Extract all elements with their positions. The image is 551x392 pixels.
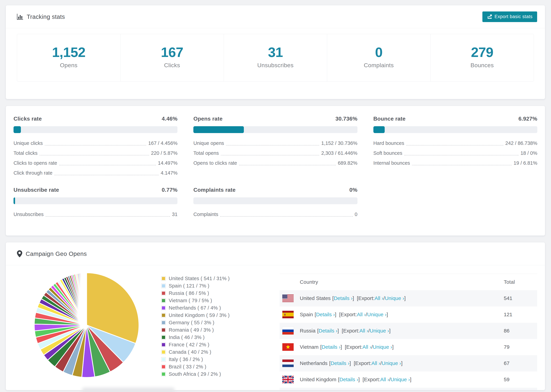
bracket: / bbox=[380, 360, 381, 366]
rate-value: 4.46% bbox=[162, 115, 177, 122]
legend-swatch bbox=[161, 291, 166, 295]
legend-label: India ( 46 / 3% ) bbox=[169, 335, 205, 340]
total-cell: 86 bbox=[504, 323, 537, 339]
export-unique-link[interactable]: Unique › bbox=[373, 344, 392, 350]
legend-item-vietnam: Vietnam ( 79 / 5% ) bbox=[161, 297, 230, 304]
rate-detail-value: 14.497% bbox=[158, 158, 178, 168]
geo-table-header-row: Country Total bbox=[280, 274, 537, 290]
export-all-link[interactable]: All › bbox=[374, 295, 383, 301]
country-flag-es bbox=[282, 311, 294, 318]
bracket: [ bbox=[329, 360, 331, 366]
card-bottom-padding bbox=[6, 82, 545, 99]
rate-block-bounce-rate: Bounce rate6.927%Hard bounces242 / 86.73… bbox=[373, 115, 537, 178]
geo-pie-chart[interactable] bbox=[34, 272, 140, 378]
bracket: / bbox=[366, 312, 367, 317]
legend-label: Italy ( 36 / 2% ) bbox=[169, 357, 203, 362]
rate-value: 0.77% bbox=[162, 186, 177, 193]
rate-detail-row: Unique opens1,152 / 30.736% bbox=[193, 138, 357, 148]
legend-swatch bbox=[161, 350, 166, 354]
geo-table-row-russia: Russia[Details ›] [Export: All › / Uniqu… bbox=[280, 323, 537, 339]
legend-label: Romania ( 49 / 3% ) bbox=[169, 327, 214, 333]
geo-card-body: United States ( 541 / 31% )Spain ( 121 /… bbox=[6, 265, 545, 390]
legend-label: Spain ( 121 / 7% ) bbox=[169, 283, 209, 289]
legend-swatch bbox=[161, 298, 166, 303]
export-basic-stats-button[interactable]: Export basic stats bbox=[482, 11, 537, 22]
legend-item-italy: Italy ( 36 / 2% ) bbox=[161, 356, 230, 363]
stat-value: 279 bbox=[471, 44, 493, 60]
total-cell: 541 bbox=[504, 290, 537, 307]
stat-card-opens: 1,152Opens bbox=[17, 34, 120, 81]
country-name: Vietnam bbox=[300, 344, 319, 350]
export-all-link[interactable]: All › bbox=[357, 312, 366, 317]
details-link[interactable]: Details › bbox=[334, 295, 353, 301]
details-link[interactable]: Details › bbox=[331, 360, 349, 366]
bracket: [ bbox=[317, 328, 319, 334]
tracking-stats-title: Tracking stats bbox=[17, 13, 65, 20]
legend-swatch bbox=[161, 357, 166, 362]
rate-detail-row: Total opens2,303 / 61.446% bbox=[193, 148, 357, 158]
legend-item-netherlands: Netherlands ( 67 / 4% ) bbox=[161, 304, 230, 312]
legend-swatch bbox=[161, 335, 166, 340]
export-unique-link[interactable]: Unique › bbox=[390, 377, 410, 382]
export-unique-link[interactable]: Unique › bbox=[385, 295, 404, 301]
legend-label: France ( 42 / 2% ) bbox=[169, 342, 209, 348]
country-name: United States bbox=[300, 295, 331, 301]
rates-card: Clicks rate4.46%Unique clicks167 / 4.456… bbox=[6, 106, 545, 236]
legend-item-spain: Spain ( 121 / 7% ) bbox=[161, 282, 230, 290]
export-all-link[interactable]: All › bbox=[380, 377, 389, 382]
dotted-leader bbox=[406, 145, 503, 146]
geo-table-row-vietnam: Vietnam[Details ›] [Export: All › / Uniq… bbox=[280, 339, 537, 355]
rate-header: Unsubscribe rate0.77% bbox=[14, 186, 177, 193]
stat-label: Clicks bbox=[164, 62, 180, 69]
country-flag-nl bbox=[282, 359, 294, 367]
export-unique-link[interactable]: Unique › bbox=[367, 312, 387, 317]
legend-item-india: India ( 46 / 3% ) bbox=[161, 334, 230, 341]
details-link[interactable]: Details › bbox=[319, 328, 338, 334]
stat-value: 1,152 bbox=[52, 44, 85, 60]
export-unique-link[interactable]: Unique › bbox=[382, 360, 401, 366]
export-all-link[interactable]: All › bbox=[362, 344, 371, 350]
export-all-link[interactable]: All › bbox=[359, 328, 368, 334]
export-unique-link[interactable]: Unique › bbox=[370, 328, 389, 334]
country-cell: Vietnam[Details ›] [Export: All › / Uniq… bbox=[280, 339, 504, 355]
country-name: United Kingdom bbox=[300, 377, 336, 382]
column-header-total: Total bbox=[504, 274, 537, 290]
export-icon bbox=[487, 14, 492, 19]
rate-detail-row: Complaints0 bbox=[193, 209, 357, 219]
country-name: Russia bbox=[300, 328, 316, 334]
pie-slice[interactable] bbox=[86, 273, 87, 325]
legend-swatch bbox=[161, 320, 166, 325]
legend-label: Canada ( 40 / 2% ) bbox=[169, 349, 211, 355]
bracket: [ bbox=[315, 312, 316, 317]
details-link[interactable]: Details › bbox=[322, 344, 340, 350]
tracking-stats-title-text: Tracking stats bbox=[27, 13, 65, 20]
rate-detail-label: Internal bounces bbox=[373, 158, 410, 168]
rate-value: 6.927% bbox=[518, 115, 537, 122]
dotted-leader bbox=[412, 165, 511, 165]
rate-header: Complaints rate0% bbox=[193, 186, 357, 193]
legend-label: Netherlands ( 67 / 4% ) bbox=[169, 305, 221, 311]
legend-item-russia: Russia ( 86 / 5% ) bbox=[161, 290, 230, 297]
export-all-link[interactable]: All › bbox=[372, 360, 380, 366]
legend-label: Germany ( 55 / 3% ) bbox=[169, 320, 214, 325]
legend-label: United Kingdom ( 59 / 3% ) bbox=[169, 313, 230, 318]
rate-title: Complaints rate bbox=[193, 186, 235, 193]
stat-card-complaints: 0Complaints bbox=[327, 34, 430, 81]
total-cell: 59 bbox=[504, 371, 537, 388]
geo-table-row-spain: Spain[Details ›] [Export: All › / Unique… bbox=[280, 307, 537, 323]
bracket: ] [Export: bbox=[338, 328, 359, 334]
details-link[interactable]: Details › bbox=[316, 312, 335, 317]
rate-detail-label: Soft bounces bbox=[373, 148, 402, 158]
rate-detail-value: 167 / 4.456% bbox=[148, 138, 177, 148]
dotted-leader bbox=[46, 216, 170, 217]
rate-value: 0% bbox=[349, 186, 357, 193]
legend-item-united-kingdom: United Kingdom ( 59 / 3% ) bbox=[161, 312, 230, 319]
rate-detail-value: 220 / 5.87% bbox=[151, 148, 178, 158]
geo-table-row-netherlands: Netherlands[Details ›] [Export: All › / … bbox=[280, 355, 537, 371]
bracket: / bbox=[368, 328, 370, 334]
dotted-leader bbox=[239, 165, 336, 165]
country-name: Spain bbox=[300, 312, 313, 317]
rate-progress-fill bbox=[14, 126, 21, 133]
details-link[interactable]: Details › bbox=[339, 377, 358, 382]
rate-detail-label: Unsubscribes bbox=[14, 209, 44, 219]
